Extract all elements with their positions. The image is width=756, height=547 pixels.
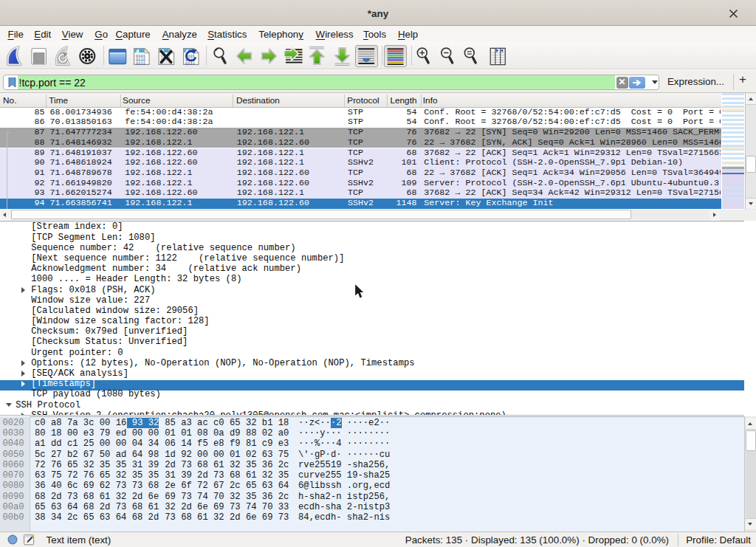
svg-text:0111: 0111 <box>136 62 145 66</box>
svg-text:0111: 0111 <box>185 62 195 66</box>
